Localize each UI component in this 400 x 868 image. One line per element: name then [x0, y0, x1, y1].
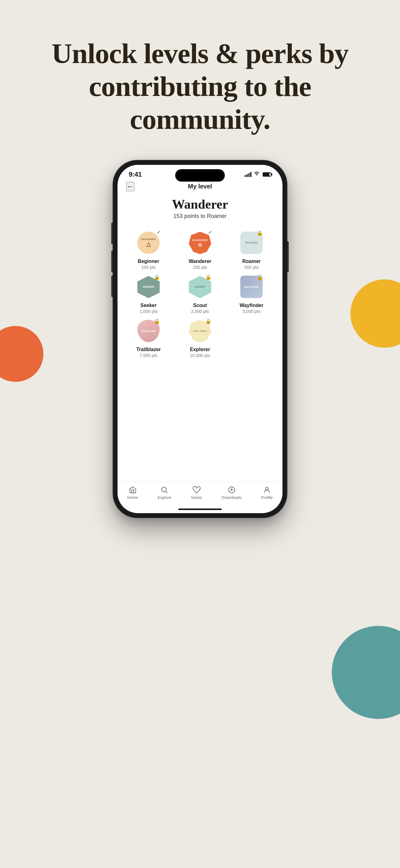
status-icons [245, 172, 271, 177]
trailblazer-pts: 7,500 pts [139, 353, 158, 358]
back-button[interactable]: ← [126, 182, 134, 191]
wanderer-label: Wanderer [189, 258, 211, 264]
roamer-label: Roamer [242, 258, 261, 264]
decorative-blob-teal [332, 626, 400, 719]
nav-title: My level [188, 183, 212, 190]
saves-icon [193, 486, 201, 494]
badge-icon-wayfinder: WAYFINDER 🔒 [237, 273, 265, 301]
trailblazer-label: Trailblazer [136, 347, 161, 352]
badge-item-roamer: ROAMER 🔒 Roamer 500 pts [227, 229, 276, 270]
badge-item-beginner: BEGINNER △ ✓ Beginner 100 pts [124, 229, 173, 270]
seeker-label: Seeker [140, 303, 157, 308]
nav-item-saves[interactable]: Saves [191, 486, 202, 500]
phone-wrapper: 9:41 [0, 154, 400, 542]
bottom-nav: Home Explore Saves [118, 482, 282, 508]
wifi-icon [254, 172, 260, 177]
badge-item-seeker: SEEKER 🔒 Seeker 1,000 pts [124, 273, 173, 314]
nav-home-label: Home [128, 495, 138, 500]
phone-screen: 9:41 [118, 165, 282, 513]
nav-explore-label: Explore [158, 495, 171, 500]
scout-lock-icon: 🔒 [205, 274, 211, 280]
trailblazer-lock-icon: 🔒 [154, 318, 160, 324]
nav-item-home[interactable]: Home [128, 486, 138, 500]
nav-downloads-label: Downloads [222, 495, 241, 500]
badge-icon-seeker: SEEKER 🔒 [135, 273, 163, 301]
nav-item-profile[interactable]: Profile [261, 486, 273, 500]
downloads-icon [228, 486, 236, 494]
home-icon [129, 486, 137, 494]
badge-item-explorer: EXPLORER 🔒 Explorer 10,000 pts [175, 317, 225, 358]
seeker-lock-icon: 🔒 [154, 274, 160, 280]
status-bar: 9:41 [118, 165, 282, 179]
beginner-label: Beginner [138, 258, 159, 264]
badge-item-trailblazer: TRAILBLAZER 🔒 Trailblazer 7,500 pts [124, 317, 173, 358]
hero-heading: Unlock levels & perks by contributing to… [25, 37, 375, 136]
wayfinder-label: Wayfinder [240, 303, 264, 308]
badge-icon-scout: SCOUT 🔒 [186, 273, 214, 301]
signal-bars-icon [245, 172, 252, 177]
badge-item-scout: SCOUT 🔒 Scout 2,500 pts [175, 273, 225, 314]
badge-icon-trailblazer: TRAILBLAZER 🔒 [135, 317, 163, 345]
profile-icon [263, 486, 271, 494]
badge-icon-wanderer: WANDERER ◎ ✓ [186, 229, 214, 257]
svg-point-2 [266, 487, 269, 490]
explore-icon [160, 486, 168, 494]
level-header: Wanderer 153 points to Roamer [118, 192, 282, 226]
hero-section: Unlock levels & perks by contributing to… [0, 0, 400, 154]
battery-icon [263, 172, 271, 177]
roamer-lock-icon: 🔒 [257, 230, 263, 236]
seeker-pts: 1,000 pts [139, 309, 158, 314]
badge-icon-roamer: ROAMER 🔒 [237, 229, 265, 257]
roamer-pts: 500 pts [244, 265, 259, 270]
scout-label: Scout [193, 303, 207, 308]
beginner-pts: 100 pts [141, 265, 156, 270]
wayfinder-pts: 5,000 pts [242, 309, 261, 314]
nav-profile-label: Profile [261, 495, 273, 500]
home-indicator [178, 508, 222, 510]
nav-item-downloads[interactable]: Downloads [222, 486, 241, 500]
nav-item-explore[interactable]: Explore [158, 486, 171, 500]
level-subtitle: 153 points to Roamer [124, 213, 276, 219]
wayfinder-lock-icon: 🔒 [257, 274, 263, 280]
badge-item-wayfinder: WAYFINDER 🔒 Wayfinder 5,000 pts [227, 273, 276, 314]
badge-icon-explorer: EXPLORER 🔒 [186, 317, 214, 345]
screen-nav: ← My level [118, 179, 282, 192]
explorer-pts: 10,000 pts [190, 353, 210, 358]
wanderer-pts: 250 pts [193, 265, 207, 270]
wanderer-check-icon: ✓ [208, 229, 212, 235]
badge-item-wanderer: WANDERER ◎ ✓ Wanderer 250 pts [175, 229, 225, 270]
phone-outer: 9:41 [113, 160, 287, 518]
badges-grid: BEGINNER △ ✓ Beginner 100 pts WANDERER [118, 226, 282, 364]
scout-pts: 2,500 pts [191, 309, 209, 314]
status-time: 9:41 [129, 170, 142, 179]
level-name: Wanderer [124, 197, 276, 212]
beginner-check-icon: ✓ [157, 229, 161, 235]
explorer-label: Explorer [190, 347, 210, 352]
explorer-lock-icon: 🔒 [205, 318, 211, 324]
badge-icon-beginner: BEGINNER △ ✓ [135, 229, 163, 257]
nav-saves-label: Saves [191, 495, 202, 500]
screen-content: ← My level Wanderer 153 points to Roamer… [118, 179, 282, 482]
